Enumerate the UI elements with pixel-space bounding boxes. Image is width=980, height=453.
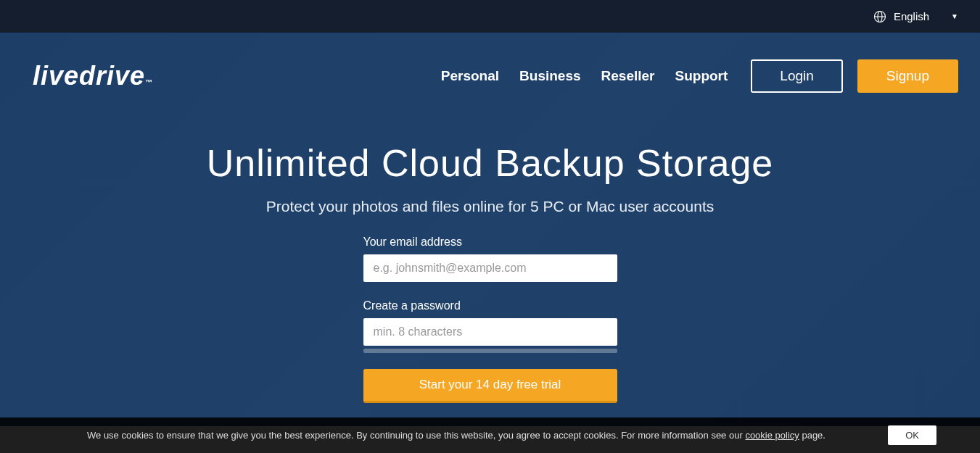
signup-button[interactable]: Signup	[857, 59, 958, 93]
cookie-text-before: We use cookies to ensure that we give yo…	[87, 430, 745, 441]
email-label: Your email address	[363, 236, 617, 249]
login-button[interactable]: Login	[751, 59, 843, 93]
logo[interactable]: livedrive™	[33, 61, 153, 91]
nav-business[interactable]: Business	[519, 68, 580, 84]
hero-subtitle: Protect your photos and files online for…	[0, 198, 980, 215]
hero-section: livedrive™ Personal Business Reseller Su…	[0, 33, 980, 426]
hero-title: Unlimited Cloud Backup Storage	[0, 141, 980, 185]
password-label: Create a password	[363, 299, 617, 312]
main-nav: livedrive™ Personal Business Reseller Su…	[0, 33, 980, 105]
nav-support[interactable]: Support	[675, 68, 728, 84]
nav-reseller[interactable]: Reseller	[601, 68, 655, 84]
hero-content: Unlimited Cloud Backup Storage Protect y…	[0, 105, 980, 403]
chevron-down-icon: ▼	[951, 12, 958, 20]
nav-personal[interactable]: Personal	[441, 68, 499, 84]
top-bar: English ▼	[0, 0, 980, 33]
cookie-ok-button[interactable]: OK	[888, 425, 936, 445]
signup-form: Your email address Create a password Sta…	[363, 236, 617, 403]
cookie-banner: We use cookies to ensure that we give yo…	[0, 417, 980, 453]
cookie-text-after: page.	[799, 430, 825, 441]
cookie-text: We use cookies to ensure that we give yo…	[87, 430, 866, 441]
start-trial-button[interactable]: Start your 14 day free trial	[363, 369, 617, 403]
nav-links: Personal Business Reseller Support	[441, 68, 728, 84]
password-input[interactable]	[363, 318, 617, 346]
email-input[interactable]	[363, 254, 617, 282]
globe-icon	[873, 10, 886, 23]
language-label: English	[894, 10, 929, 22]
logo-tm: ™	[145, 78, 153, 86]
cookie-policy-link[interactable]: cookie policy	[745, 430, 799, 441]
logo-text: livedrive	[33, 61, 145, 91]
password-strength-meter	[363, 349, 617, 353]
language-selector[interactable]: English ▼	[873, 10, 958, 23]
nav-buttons: Login Signup	[751, 59, 958, 93]
